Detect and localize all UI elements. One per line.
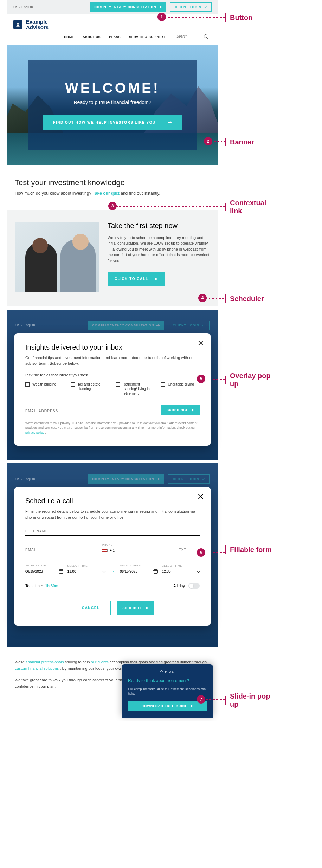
annotation-badge-3: 3 — [108, 202, 117, 210]
nav-service[interactable]: SERVICE & SUPPORT — [129, 35, 165, 39]
cancel-button[interactable]: CANCEL — [71, 601, 111, 615]
chevron-up-icon — [160, 670, 163, 673]
checkbox-icon[interactable] — [116, 382, 120, 387]
first-step-body: We invite you to schedule a complimentar… — [108, 235, 210, 264]
arrow-right-icon — [170, 121, 172, 124]
topic-label: Charitable giving — [168, 382, 194, 396]
ext-input[interactable] — [179, 546, 200, 554]
search-input[interactable] — [176, 34, 204, 38]
consultation-button[interactable]: COMPLIMENTARY CONSULTATION — [90, 2, 166, 12]
privacy-policy-link[interactable]: privacy policy — [25, 431, 44, 434]
schedule-heading: Schedule a call — [25, 497, 200, 505]
email-input[interactable] — [25, 407, 155, 415]
quiz-text-pre: How much do you know about investing? — [15, 191, 92, 196]
annotation-badge-2: 2 — [204, 137, 212, 145]
bottom-text-section: We're financial professionals striving t… — [7, 647, 218, 721]
phone-input[interactable]: + 1 — [102, 547, 174, 554]
client-login-button[interactable]: CLIENT LOGIN — [170, 2, 212, 12]
annotation-label-form: Fillable form — [225, 545, 272, 554]
start-time-input[interactable]: 11:00 — [67, 568, 105, 575]
slide-in-popup: HIDE Ready to think about retirement? Ou… — [122, 664, 213, 718]
subscribe-button[interactable]: SUBSCRIBE — [161, 405, 200, 415]
total-time-label: Total time: — [25, 584, 43, 588]
full-name-input[interactable] — [25, 527, 200, 536]
nav-plans[interactable]: PLANS — [109, 35, 121, 39]
consultation-button-dim: COMPLIMENTARY CONSULTATION — [88, 321, 164, 330]
consultation-image — [15, 222, 99, 292]
banner-title: WELCOME! — [65, 80, 160, 96]
end-time-input[interactable]: 12:30 — [162, 568, 200, 575]
nav-home[interactable]: HOME — [64, 35, 74, 39]
topic-label: Retirement planning/ living in retiremen… — [123, 382, 155, 396]
topic-wealth[interactable]: Wealth building — [25, 382, 64, 396]
topic-retirement[interactable]: Retirement planning/ living in retiremen… — [116, 382, 155, 396]
arrow-right-icon — [191, 705, 193, 707]
first-step-section: Take the first step now We invite you to… — [7, 210, 218, 306]
annotation-badge-1: 1 — [157, 13, 166, 21]
download-guide-button[interactable]: DOWNLOAD FREE GUIDE — [128, 701, 207, 711]
arrow-right-icon — [160, 6, 162, 8]
schedule-button[interactable]: SCHEDULE — [117, 601, 154, 615]
click-to-call-button[interactable]: CLICK TO CALL — [108, 272, 165, 286]
custom-solutions-link[interactable]: custom financial solutions — [15, 666, 59, 671]
arrow-right-icon — [146, 607, 148, 609]
start-date-input[interactable]: 06/15/2023 — [25, 568, 63, 575]
topbar: US • English COMPLIMENTARY CONSULTATION … — [7, 0, 218, 14]
brand-line2: Advisors — [26, 25, 49, 30]
our-clients-link[interactable]: our clients — [91, 660, 109, 664]
calendar-icon — [154, 569, 158, 574]
email-input-sched[interactable] — [25, 546, 98, 554]
annotation-label-scheduler: Scheduler — [225, 294, 264, 303]
checkbox-icon[interactable] — [25, 382, 30, 387]
checkbox-icon[interactable] — [71, 382, 75, 387]
subscribe-heading: Insights delivered to your inbox — [25, 343, 200, 351]
main-nav: HOME ABOUT US PLANS SERVICE & SUPPORT — [7, 34, 218, 45]
consultation-button-dim2: COMPLIMENTARY CONSULTATION — [88, 474, 164, 484]
topic-tax[interactable]: Tax and estate planning — [71, 382, 110, 396]
logo-text: Example Advisors — [26, 19, 49, 30]
banner-cta-button[interactable]: FIND OUT HOW WE HELP INVESTORS LIKE YOU — [43, 115, 181, 130]
logo-icon — [13, 20, 22, 29]
consultation-button-label: COMPLIMENTARY CONSULTATION — [94, 5, 156, 9]
topics-row: Wealth building Tax and estate planning … — [25, 382, 200, 396]
close-icon[interactable] — [198, 493, 204, 500]
start-date-value: 06/15/2023 — [25, 570, 43, 574]
annotation-label-button: Button — [225, 13, 252, 22]
select-date-label-2: SELECT DATE — [120, 564, 158, 567]
topic-label: Wealth building — [32, 382, 56, 396]
schedule-form-demo: US • English COMPLIMENTARY CONSULTATION … — [7, 463, 218, 647]
phone-label: PHONE — [102, 543, 174, 546]
annotation-badge-4: 4 — [198, 294, 207, 302]
hero-banner: WELCOME! Ready to pursue financial freed… — [7, 45, 218, 165]
end-date-input[interactable]: 06/15/2023 — [120, 568, 158, 575]
end-time-value: 12:30 — [162, 570, 171, 574]
client-login-button-dim2: CLIENT LOGIN — [168, 474, 210, 484]
annotation-label-banner: Banner — [225, 138, 254, 146]
all-day-label: All day — [173, 584, 185, 588]
quiz-text: How much do you know about investing? Ta… — [15, 191, 210, 196]
click-to-call-label: CLICK TO CALL — [115, 277, 148, 281]
flag-icon — [102, 549, 108, 552]
banner-subtitle: Ready to pursue financial freedom? — [73, 99, 151, 105]
quiz-link[interactable]: Take our quiz — [92, 191, 119, 196]
financial-professionals-link[interactable]: financial professionals — [26, 660, 64, 664]
nav-about[interactable]: ABOUT US — [83, 35, 101, 39]
topic-charitable[interactable]: Charitable giving — [161, 382, 200, 396]
search-field[interactable] — [176, 34, 212, 40]
annotation-label-contextual: Contextual link — [225, 199, 279, 215]
subscribe-desc: Get financial tips and investment inform… — [25, 355, 200, 367]
hide-button[interactable]: HIDE — [128, 669, 207, 674]
client-login-button-dim: CLIENT LOGIN — [168, 321, 210, 330]
privacy-post: . — [44, 431, 46, 434]
annotation-badge-6: 6 — [197, 548, 205, 557]
locale-text-dim: US • English — [15, 323, 35, 327]
end-date-value: 06/15/2023 — [120, 570, 137, 574]
checkbox-icon[interactable] — [161, 382, 165, 387]
annotation-line-7 — [205, 699, 225, 700]
all-day-toggle[interactable] — [188, 583, 200, 589]
chevron-down-icon — [103, 570, 105, 572]
banner-overlay: WELCOME! Ready to pursue financial freed… — [28, 60, 197, 150]
client-login-label: CLIENT LOGIN — [175, 5, 202, 9]
close-icon[interactable] — [198, 340, 204, 346]
download-guide-label: DOWNLOAD FREE GUIDE — [142, 704, 188, 708]
